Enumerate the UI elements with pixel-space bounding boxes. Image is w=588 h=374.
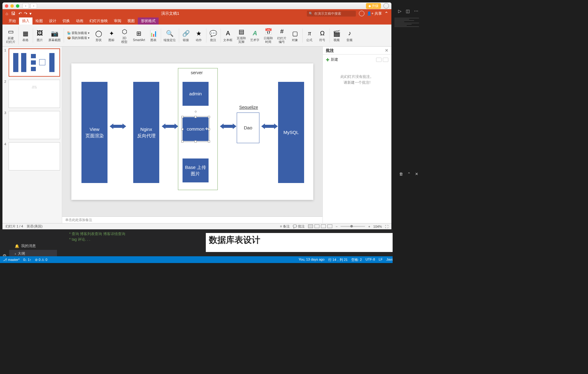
ribbon-new-slide[interactable]: ▭新建 幻灯片: [4, 27, 19, 44]
selection-handle[interactable]: [194, 140, 197, 143]
ribbon-collapse-icon[interactable]: ⌃: [384, 11, 388, 17]
ribbon-action[interactable]: ★动作: [193, 29, 206, 43]
ribbon-textbox[interactable]: A文本框: [221, 29, 234, 43]
normal-view-icon[interactable]: [308, 224, 313, 228]
slide-canvas[interactable]: View 页面渲染 Nginx 反向代理 server: [62, 47, 322, 216]
comments-toggle[interactable]: 💬 批注: [293, 224, 305, 229]
slide-thumbnail-3[interactable]: [9, 111, 60, 139]
ribbon-3d[interactable]: ⬡3D 模型: [118, 27, 130, 44]
slide-thumbnail-4[interactable]: [9, 142, 60, 170]
ribbon-zoom[interactable]: 🔍缩放定位: [162, 29, 179, 43]
git-blame[interactable]: You, 13 days ago: [299, 258, 325, 262]
tab-slideshow[interactable]: 幻灯片放映: [86, 17, 111, 25]
minimap[interactable]: [394, 17, 419, 42]
shape-nginx[interactable]: Nginx 反向代理: [133, 82, 159, 183]
next-comment-icon[interactable]: [383, 58, 388, 62]
cursor-position[interactable]: 行 14，列 21: [328, 258, 348, 262]
split-icon[interactable]: ◫: [406, 9, 410, 13]
tab-animation[interactable]: 动画: [73, 17, 86, 25]
user-avatar-icon[interactable]: [383, 3, 389, 9]
home-icon[interactable]: ⌂: [6, 11, 8, 16]
ribbon-wordart[interactable]: A艺术字: [248, 29, 261, 43]
ribbon-icon-btn[interactable]: ✦图标: [105, 29, 118, 43]
share-button[interactable]: 👤+ 共享: [367, 11, 382, 16]
ribbon-my-addin[interactable]: 📦我的加载项▾: [67, 36, 89, 40]
upgrade-button[interactable]: ◆ 升级: [366, 3, 381, 9]
encoding[interactable]: UTF-8: [365, 258, 375, 262]
arrow-2[interactable]: [165, 125, 175, 128]
ribbon-shape[interactable]: ◯形状: [92, 29, 105, 43]
tab-view[interactable]: 视图: [124, 17, 138, 25]
ribbon-link[interactable]: 🔗链接: [180, 29, 192, 43]
slide-thumbnail-1[interactable]: [9, 48, 60, 77]
qat-dropdown-icon[interactable]: ▾: [29, 11, 32, 16]
slide-thumbnail-2[interactable]: ⊡ ⊡ ⊡⊡ ⊡ ⊡ ⊡: [9, 80, 60, 108]
ribbon-header-footer[interactable]: ▤页眉和 页脚: [235, 27, 248, 44]
sequelize-label[interactable]: Sequelize: [239, 105, 258, 110]
arrow-3[interactable]: [224, 125, 233, 128]
arrow-1[interactable]: [113, 125, 123, 128]
tab-insert[interactable]: 插入: [19, 17, 32, 25]
shape-base[interactable]: Base 上传 图片: [183, 158, 209, 182]
slide-counter[interactable]: 幻灯片 1 / 4: [6, 224, 23, 229]
shape-common-selected[interactable]: common ✥: [183, 117, 209, 141]
zoom-percent[interactable]: 104%: [373, 225, 382, 228]
fit-window-icon[interactable]: ⛶: [385, 225, 388, 228]
ribbon-slidenum[interactable]: #幻灯片 编号: [275, 27, 288, 44]
more-icon[interactable]: ⋯: [414, 9, 418, 13]
save-icon[interactable]: 🖫: [11, 11, 15, 16]
maximize-window-icon[interactable]: [16, 4, 19, 8]
nav-forward-icon[interactable]: ›: [30, 3, 37, 9]
slide[interactable]: View 页面渲染 Nginx 反向代理 server: [71, 63, 313, 200]
selection-handle[interactable]: [208, 140, 210, 143]
close-icon[interactable]: ✕: [385, 48, 388, 53]
sidebar-my-messages[interactable]: 🔔我的消息: [9, 242, 57, 250]
ribbon-get-addin[interactable]: 🏪获取加载项▾: [67, 31, 89, 35]
rotation-handle[interactable]: [195, 111, 197, 113]
selection-handle[interactable]: [208, 128, 210, 130]
reading-view-icon[interactable]: [321, 224, 326, 228]
language-status[interactable]: 英语(美国): [27, 224, 42, 229]
notes-toggle[interactable]: ≡ 备注: [280, 224, 289, 229]
ribbon-audio[interactable]: ♪音频: [343, 29, 356, 43]
nav-back-icon[interactable]: ‹: [22, 3, 29, 9]
shape-admin[interactable]: admin: [183, 82, 209, 106]
ribbon-video[interactable]: 🎬视频: [330, 29, 343, 43]
redo-icon[interactable]: ↷: [24, 11, 28, 16]
ribbon-symbol[interactable]: Ω符号: [316, 29, 330, 43]
ribbon-comment[interactable]: 💬批注: [207, 29, 221, 43]
prev-comment-icon[interactable]: [376, 58, 382, 62]
new-comment-button[interactable]: 新建: [331, 57, 338, 62]
selection-handle[interactable]: [208, 116, 210, 118]
git-sync[interactable]: 0↓ 1↑: [23, 258, 31, 261]
sorter-view-icon[interactable]: [315, 224, 319, 228]
selection-handle[interactable]: [181, 140, 183, 143]
chevron-up-icon[interactable]: ⌃: [407, 172, 411, 176]
play-icon[interactable]: ▷: [398, 9, 401, 13]
ribbon-datetime[interactable]: 📅日期和 时间: [262, 27, 275, 44]
undo-icon[interactable]: ↶: [18, 11, 22, 16]
zoom-slider[interactable]: [341, 226, 365, 227]
shape-dao[interactable]: Dao: [237, 113, 259, 143]
minimize-window-icon[interactable]: [10, 4, 14, 8]
close-window-icon[interactable]: [5, 4, 8, 8]
indentation[interactable]: 空格: 2: [351, 258, 362, 262]
eol[interactable]: LF: [379, 258, 383, 262]
ribbon-screenshot[interactable]: 📷屏幕截图: [47, 29, 64, 43]
tab-review[interactable]: 审阅: [111, 17, 124, 25]
git-branch[interactable]: ⎇ master*: [3, 258, 20, 262]
slideshow-view-icon[interactable]: [327, 224, 332, 228]
shape-view[interactable]: View 页面渲染: [81, 82, 107, 183]
ribbon-equation[interactable]: π公式: [303, 29, 315, 43]
zoom-out-icon[interactable]: −: [336, 225, 337, 228]
tab-start[interactable]: 开始: [6, 17, 19, 25]
ribbon-chart[interactable]: 📊图表: [147, 29, 161, 43]
trash-icon[interactable]: 🗑: [399, 172, 403, 176]
close-icon[interactable]: ✕: [415, 172, 418, 176]
tab-shape-format[interactable]: 形状格式: [138, 17, 159, 25]
shape-mysql[interactable]: MySQL: [278, 82, 304, 183]
zoom-in-icon[interactable]: +: [368, 225, 370, 228]
problems-status[interactable]: ⊘ 0 ⚠ 0: [35, 258, 47, 262]
tab-transition[interactable]: 切换: [59, 17, 73, 25]
ribbon-table[interactable]: ▦表格: [19, 29, 33, 43]
